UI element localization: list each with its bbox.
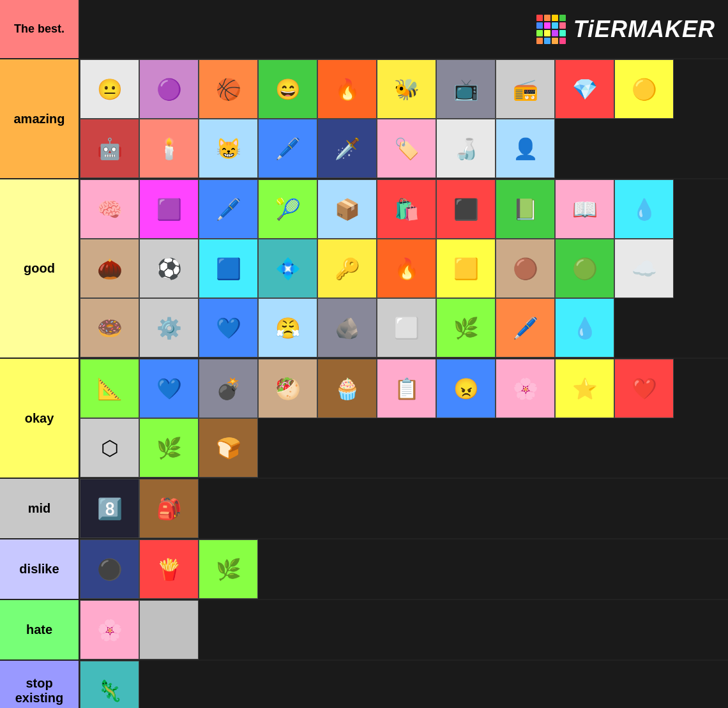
- list-item[interactable]: 😐: [80, 59, 139, 119]
- list-item[interactable]: 😠: [436, 359, 496, 418]
- list-item[interactable]: 💎: [555, 59, 614, 119]
- tier-label-text: stop existing: [3, 676, 76, 705]
- list-item[interactable]: 🍩: [80, 298, 139, 358]
- tier-label-okay: okay: [0, 359, 80, 478]
- list-item[interactable]: 💧: [555, 298, 614, 358]
- tier-row-okay: okay 📐 💙 💣 🥙 🧁 📋 😠 🌸 ⭐ ❤️ ⬡ 🌿 🍞: [0, 359, 728, 479]
- list-item[interactable]: 🖊️: [199, 179, 258, 239]
- list-item[interactable]: 📗: [496, 179, 555, 239]
- tier-row-dislike: dislike ⚫ 🍟 🌿: [0, 539, 728, 600]
- header-label-text: The best.: [14, 22, 64, 36]
- list-item[interactable]: 🦎: [80, 661, 139, 708]
- list-item[interactable]: 🎾: [258, 179, 317, 239]
- list-item[interactable]: 🪨: [317, 298, 377, 358]
- list-item[interactable]: 😤: [258, 298, 317, 358]
- tier-label-amazing: amazing: [0, 59, 80, 178]
- list-item[interactable]: 🔥: [377, 239, 436, 298]
- tier-label-text: okay: [25, 411, 54, 426]
- list-item[interactable]: 🟣: [139, 59, 199, 119]
- list-item[interactable]: 📻: [496, 59, 555, 119]
- list-item[interactable]: ⬛: [436, 179, 496, 239]
- list-item[interactable]: 💠: [258, 239, 317, 298]
- list-item[interactable]: 🟢: [555, 239, 614, 298]
- list-item[interactable]: 🧠: [80, 179, 139, 239]
- list-item[interactable]: 📦: [317, 179, 377, 239]
- list-item[interactable]: 🌿: [199, 539, 258, 599]
- list-item[interactable]: 🏷️: [377, 119, 436, 178]
- tier-row-stop: stop existing 🦎: [0, 661, 728, 708]
- list-item[interactable]: 🐝: [377, 59, 436, 119]
- list-item[interactable]: 🔑: [317, 239, 377, 298]
- list-item[interactable]: 😸: [199, 119, 258, 178]
- list-item[interactable]: 🕯️: [139, 119, 199, 178]
- tier-label-hate: hate: [0, 600, 80, 659]
- list-item[interactable]: 🍶: [436, 119, 496, 178]
- list-item[interactable]: ⭐: [555, 359, 614, 418]
- tier-items-amazing: 😐 🟣 🏀 😄 🔥 🐝 📺 📻 💎 🟡 🤖 🕯️ 😸 🖊️ 🗡️ 🏷️ 🍶 👤: [80, 59, 728, 178]
- list-item[interactable]: ☁️: [614, 239, 674, 298]
- list-item[interactable]: ⬜: [377, 298, 436, 358]
- list-item[interactable]: 📖: [555, 179, 614, 239]
- list-item[interactable]: 📐: [80, 359, 139, 418]
- list-item[interactable]: 💙: [199, 298, 258, 358]
- list-item[interactable]: ⚽: [139, 239, 199, 298]
- list-item[interactable]: ⬡: [80, 418, 139, 478]
- tier-maker-container: The best.: [0, 0, 728, 708]
- tier-items-stop: 🦎: [80, 661, 728, 708]
- tier-label-text: amazing: [13, 112, 64, 126]
- brand-grid-icon: [536, 15, 566, 44]
- tier-items-mid: 8️⃣ 🎒: [80, 479, 728, 538]
- tier-row-amazing: amazing 😐 🟣 🏀 😄 🔥 🐝 📺 📻 💎 🟡 🤖 🕯️ 😸 🖊️ 🗡️…: [0, 59, 728, 179]
- list-item[interactable]: 🧁: [317, 359, 377, 418]
- tier-row-hate: hate 🌸: [0, 600, 728, 661]
- list-item[interactable]: 🟪: [139, 179, 199, 239]
- brand-name: TiERMAKER: [573, 16, 715, 43]
- list-item[interactable]: 🍟: [139, 539, 199, 599]
- list-item[interactable]: 🌰: [80, 239, 139, 298]
- list-item[interactable]: 🌿: [436, 298, 496, 358]
- list-item[interactable]: 🖊️: [258, 119, 317, 178]
- list-item[interactable]: ❤️: [614, 359, 674, 418]
- list-item[interactable]: 🟨: [436, 239, 496, 298]
- list-item[interactable]: 🍞: [199, 418, 258, 478]
- tier-label-text: mid: [28, 501, 51, 516]
- list-item[interactable]: 💧: [614, 179, 674, 239]
- list-item[interactable]: 💙: [139, 359, 199, 418]
- list-item[interactable]: 🗡️: [317, 119, 377, 178]
- header-label: The best.: [0, 0, 80, 58]
- list-item[interactable]: 🔥: [317, 59, 377, 119]
- tier-label-stop: stop existing: [0, 661, 80, 708]
- tier-label-text: good: [24, 261, 55, 276]
- tier-items-hate: 🌸: [80, 600, 728, 659]
- tier-row-good: good 🧠 🟪 🖊️ 🎾 📦 🛍️ ⬛ 📗 📖 💧 🌰 ⚽ 🟦 💠 🔑 🔥 🟨…: [0, 179, 728, 359]
- list-item[interactable]: 👤: [496, 119, 555, 178]
- list-item[interactable]: 🛍️: [377, 179, 436, 239]
- list-item[interactable]: 🌸: [496, 359, 555, 418]
- list-item[interactable]: 💣: [199, 359, 258, 418]
- tier-label-text: hate: [26, 622, 52, 637]
- tier-label-text: dislike: [19, 562, 59, 576]
- list-item[interactable]: 🌸: [80, 600, 139, 659]
- list-item[interactable]: 🌿: [139, 418, 199, 478]
- list-item[interactable]: 😄: [258, 59, 317, 119]
- list-item[interactable]: 🟡: [614, 59, 674, 119]
- list-item[interactable]: 🤖: [80, 119, 139, 178]
- list-item[interactable]: 🖊️: [496, 298, 555, 358]
- tier-label-mid: mid: [0, 479, 80, 538]
- list-item[interactable]: 🥙: [258, 359, 317, 418]
- list-item[interactable]: 📺: [436, 59, 496, 119]
- list-item[interactable]: ⚙️: [139, 298, 199, 358]
- tier-label-dislike: dislike: [0, 539, 80, 599]
- list-item[interactable]: 🟦: [199, 239, 258, 298]
- list-item[interactable]: ⚫: [80, 539, 139, 599]
- tier-row-mid: mid 8️⃣ 🎒: [0, 479, 728, 539]
- list-item[interactable]: 📋: [377, 359, 436, 418]
- list-item[interactable]: 8️⃣: [80, 479, 139, 538]
- list-item[interactable]: 🏀: [199, 59, 258, 119]
- list-item-empty: [139, 600, 199, 659]
- header-brand: TiERMAKER: [80, 0, 728, 58]
- brand-name-text: TiERMAKER: [573, 16, 715, 42]
- list-item[interactable]: 🎒: [139, 479, 199, 538]
- tier-items-okay: 📐 💙 💣 🥙 🧁 📋 😠 🌸 ⭐ ❤️ ⬡ 🌿 🍞: [80, 359, 728, 478]
- list-item[interactable]: 🟤: [496, 239, 555, 298]
